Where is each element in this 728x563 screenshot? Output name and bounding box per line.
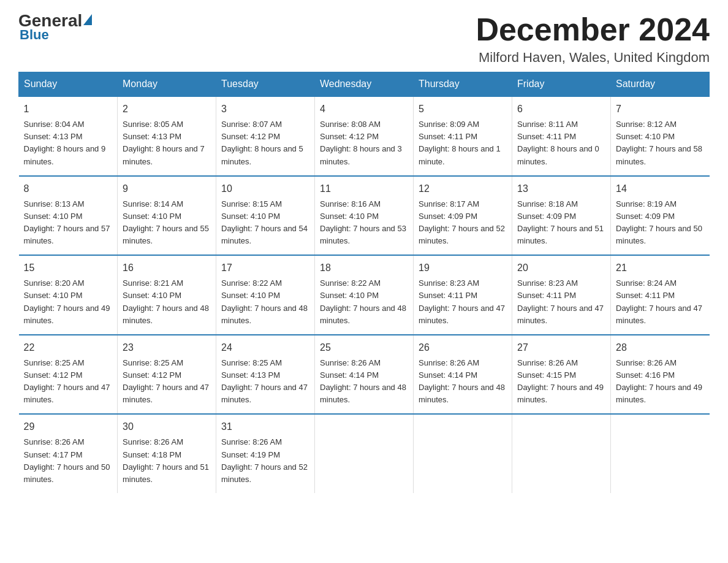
calendar-cell: 17 Sunrise: 8:22 AMSunset: 4:10 PMDaylig… bbox=[216, 255, 315, 335]
day-number: 25 bbox=[320, 340, 408, 355]
calendar-body: 1 Sunrise: 8:04 AMSunset: 4:13 PMDayligh… bbox=[19, 96, 710, 493]
weekday-header-thursday: Thursday bbox=[414, 72, 512, 97]
day-info: Sunrise: 8:14 AMSunset: 4:10 PMDaylight:… bbox=[123, 199, 209, 245]
day-number: 19 bbox=[419, 261, 507, 275]
day-info: Sunrise: 8:11 AMSunset: 4:11 PMDaylight:… bbox=[517, 120, 599, 166]
logo-blue: Blue bbox=[18, 27, 49, 43]
calendar-cell: 9 Sunrise: 8:14 AMSunset: 4:10 PMDayligh… bbox=[118, 176, 216, 256]
weekday-header-tuesday: Tuesday bbox=[216, 72, 315, 97]
day-number: 10 bbox=[221, 182, 309, 196]
day-info: Sunrise: 8:09 AMSunset: 4:11 PMDaylight:… bbox=[419, 120, 501, 166]
day-number: 6 bbox=[517, 102, 605, 117]
week-row-2: 8 Sunrise: 8:13 AMSunset: 4:10 PMDayligh… bbox=[19, 176, 710, 256]
calendar-cell: 10 Sunrise: 8:15 AMSunset: 4:10 PMDaylig… bbox=[216, 176, 315, 256]
location-title: Milford Haven, Wales, United Kingdom bbox=[476, 50, 710, 66]
calendar-cell bbox=[315, 414, 414, 493]
day-number: 20 bbox=[517, 261, 605, 275]
day-info: Sunrise: 8:26 AMSunset: 4:16 PMDaylight:… bbox=[616, 358, 702, 404]
calendar-cell: 14 Sunrise: 8:19 AMSunset: 4:09 PMDaylig… bbox=[611, 176, 710, 256]
day-number: 22 bbox=[24, 340, 113, 355]
day-info: Sunrise: 8:19 AMSunset: 4:09 PMDaylight:… bbox=[616, 199, 702, 245]
day-info: Sunrise: 8:23 AMSunset: 4:11 PMDaylight:… bbox=[517, 278, 604, 324]
calendar-cell: 20 Sunrise: 8:23 AMSunset: 4:11 PMDaylig… bbox=[512, 255, 611, 335]
calendar-cell: 8 Sunrise: 8:13 AMSunset: 4:10 PMDayligh… bbox=[19, 176, 118, 256]
weekday-header-wednesday: Wednesday bbox=[315, 72, 414, 97]
day-number: 17 bbox=[221, 261, 309, 275]
day-number: 31 bbox=[221, 419, 309, 434]
calendar-cell: 21 Sunrise: 8:24 AMSunset: 4:11 PMDaylig… bbox=[611, 255, 710, 335]
day-number: 29 bbox=[24, 419, 113, 434]
calendar-cell bbox=[611, 414, 710, 493]
day-info: Sunrise: 8:17 AMSunset: 4:09 PMDaylight:… bbox=[419, 199, 505, 245]
calendar-cell: 19 Sunrise: 8:23 AMSunset: 4:11 PMDaylig… bbox=[414, 255, 512, 335]
day-number: 18 bbox=[320, 261, 408, 275]
weekday-header-friday: Friday bbox=[512, 72, 611, 97]
calendar-cell: 27 Sunrise: 8:26 AMSunset: 4:15 PMDaylig… bbox=[512, 335, 611, 415]
day-info: Sunrise: 8:24 AMSunset: 4:11 PMDaylight:… bbox=[616, 278, 702, 324]
day-number: 4 bbox=[320, 102, 408, 117]
day-number: 24 bbox=[221, 340, 309, 355]
week-row-3: 15 Sunrise: 8:20 AMSunset: 4:10 PMDaylig… bbox=[19, 255, 710, 335]
calendar-header: SundayMondayTuesdayWednesdayThursdayFrid… bbox=[19, 72, 710, 97]
weekday-header-sunday: Sunday bbox=[19, 72, 118, 97]
day-number: 7 bbox=[616, 102, 705, 117]
calendar-cell: 12 Sunrise: 8:17 AMSunset: 4:09 PMDaylig… bbox=[414, 176, 512, 256]
calendar-cell: 1 Sunrise: 8:04 AMSunset: 4:13 PMDayligh… bbox=[19, 96, 118, 176]
day-number: 28 bbox=[616, 340, 705, 355]
day-info: Sunrise: 8:08 AMSunset: 4:12 PMDaylight:… bbox=[320, 120, 402, 166]
day-number: 11 bbox=[320, 182, 408, 196]
calendar-cell: 18 Sunrise: 8:22 AMSunset: 4:10 PMDaylig… bbox=[315, 255, 414, 335]
day-info: Sunrise: 8:22 AMSunset: 4:10 PMDaylight:… bbox=[320, 278, 406, 324]
calendar-cell: 3 Sunrise: 8:07 AMSunset: 4:12 PMDayligh… bbox=[216, 96, 315, 176]
day-number: 26 bbox=[419, 340, 507, 355]
day-info: Sunrise: 8:25 AMSunset: 4:12 PMDaylight:… bbox=[123, 358, 209, 404]
header-row: SundayMondayTuesdayWednesdayThursdayFrid… bbox=[19, 72, 710, 97]
day-number: 23 bbox=[123, 340, 211, 355]
day-number: 1 bbox=[24, 102, 113, 117]
week-row-4: 22 Sunrise: 8:25 AMSunset: 4:12 PMDaylig… bbox=[19, 335, 710, 415]
day-info: Sunrise: 8:20 AMSunset: 4:10 PMDaylight:… bbox=[24, 278, 110, 324]
calendar-cell: 23 Sunrise: 8:25 AMSunset: 4:12 PMDaylig… bbox=[118, 335, 216, 415]
day-info: Sunrise: 8:26 AMSunset: 4:14 PMDaylight:… bbox=[320, 358, 406, 404]
day-number: 14 bbox=[616, 182, 705, 196]
day-info: Sunrise: 8:15 AMSunset: 4:10 PMDaylight:… bbox=[221, 199, 308, 245]
month-title: December 2024 bbox=[476, 12, 710, 47]
calendar-cell: 22 Sunrise: 8:25 AMSunset: 4:12 PMDaylig… bbox=[19, 335, 118, 415]
calendar-cell: 31 Sunrise: 8:26 AMSunset: 4:19 PMDaylig… bbox=[216, 414, 315, 493]
day-info: Sunrise: 8:21 AMSunset: 4:10 PMDaylight:… bbox=[123, 278, 209, 324]
day-info: Sunrise: 8:04 AMSunset: 4:13 PMDaylight:… bbox=[24, 120, 106, 166]
day-info: Sunrise: 8:16 AMSunset: 4:10 PMDaylight:… bbox=[320, 199, 406, 245]
calendar-cell: 30 Sunrise: 8:26 AMSunset: 4:18 PMDaylig… bbox=[118, 414, 216, 493]
logo: General Blue bbox=[18, 12, 92, 43]
calendar-cell: 15 Sunrise: 8:20 AMSunset: 4:10 PMDaylig… bbox=[19, 255, 118, 335]
page-header: General Blue December 2024 Milford Haven… bbox=[18, 12, 710, 66]
day-number: 21 bbox=[616, 261, 705, 275]
day-info: Sunrise: 8:05 AMSunset: 4:13 PMDaylight:… bbox=[123, 120, 205, 166]
logo-triangle-icon bbox=[83, 14, 92, 25]
day-number: 5 bbox=[419, 102, 507, 117]
calendar-cell: 2 Sunrise: 8:05 AMSunset: 4:13 PMDayligh… bbox=[118, 96, 216, 176]
week-row-5: 29 Sunrise: 8:26 AMSunset: 4:17 PMDaylig… bbox=[19, 414, 710, 493]
day-number: 12 bbox=[419, 182, 507, 196]
calendar-cell: 6 Sunrise: 8:11 AMSunset: 4:11 PMDayligh… bbox=[512, 96, 611, 176]
week-row-1: 1 Sunrise: 8:04 AMSunset: 4:13 PMDayligh… bbox=[19, 96, 710, 176]
day-number: 3 bbox=[221, 102, 309, 117]
calendar-cell: 4 Sunrise: 8:08 AMSunset: 4:12 PMDayligh… bbox=[315, 96, 414, 176]
calendar-cell bbox=[414, 414, 512, 493]
calendar-cell: 13 Sunrise: 8:18 AMSunset: 4:09 PMDaylig… bbox=[512, 176, 611, 256]
day-number: 27 bbox=[517, 340, 605, 355]
calendar-cell: 24 Sunrise: 8:25 AMSunset: 4:13 PMDaylig… bbox=[216, 335, 315, 415]
day-number: 8 bbox=[24, 182, 113, 196]
weekday-header-saturday: Saturday bbox=[611, 72, 710, 97]
day-info: Sunrise: 8:26 AMSunset: 4:18 PMDaylight:… bbox=[123, 437, 209, 483]
calendar-cell: 29 Sunrise: 8:26 AMSunset: 4:17 PMDaylig… bbox=[19, 414, 118, 493]
calendar-cell: 5 Sunrise: 8:09 AMSunset: 4:11 PMDayligh… bbox=[414, 96, 512, 176]
day-number: 15 bbox=[24, 261, 113, 275]
day-info: Sunrise: 8:18 AMSunset: 4:09 PMDaylight:… bbox=[517, 199, 604, 245]
day-number: 30 bbox=[123, 419, 211, 434]
calendar-cell: 11 Sunrise: 8:16 AMSunset: 4:10 PMDaylig… bbox=[315, 176, 414, 256]
calendar-cell: 7 Sunrise: 8:12 AMSunset: 4:10 PMDayligh… bbox=[611, 96, 710, 176]
weekday-header-monday: Monday bbox=[118, 72, 216, 97]
day-info: Sunrise: 8:07 AMSunset: 4:12 PMDaylight:… bbox=[221, 120, 303, 166]
day-number: 2 bbox=[123, 102, 211, 117]
